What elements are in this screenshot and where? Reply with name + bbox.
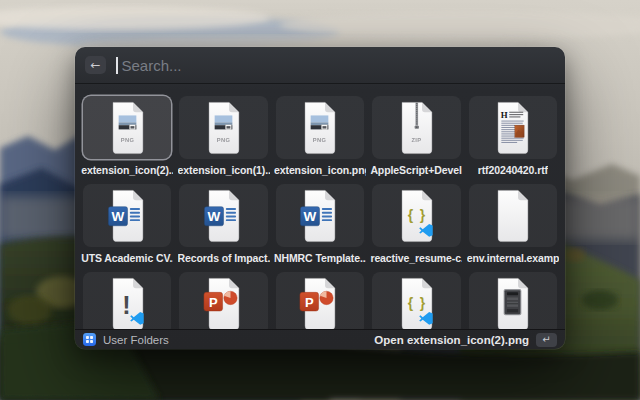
disk-image-file-icon xyxy=(490,277,535,330)
file-label: extension_icon(1).... xyxy=(178,163,270,178)
enter-key-icon: ↵ xyxy=(536,333,557,347)
action-label: Open extension_icon(2).png xyxy=(374,334,529,346)
file-cell-png-selected[interactable]: PNG extension_icon(2).... xyxy=(83,96,171,178)
file-label: Records of Impact... xyxy=(178,251,270,266)
search-bar: ← xyxy=(75,47,565,84)
source-label: User Folders xyxy=(103,334,169,346)
word-file-icon xyxy=(297,189,342,243)
file-tile: PNG xyxy=(276,96,364,159)
word-file-icon xyxy=(105,189,150,243)
file-label: UTS Academic CV... xyxy=(81,251,173,266)
file-cell-word[interactable]: Records of Impact... xyxy=(179,184,267,266)
powerpoint-file-icon xyxy=(297,277,342,330)
png-file-icon: PNG xyxy=(105,101,150,155)
return-glyph: ↵ xyxy=(542,335,550,345)
user-folders-icon xyxy=(83,333,96,346)
text-cursor xyxy=(116,57,118,74)
file-search-window: ← PNG extension_icon(2).... PNG extensio… xyxy=(75,47,565,349)
file-cell-code[interactable] xyxy=(372,272,460,329)
file-tile xyxy=(372,184,460,247)
code-file-vscode-icon xyxy=(394,277,439,330)
file-cell-code[interactable]: reactive_resume-c... xyxy=(372,184,460,266)
file-cell-png[interactable]: PNG extension_icon.png xyxy=(276,96,364,178)
code-file-vscode-icon xyxy=(394,189,439,243)
file-cell-png[interactable]: PNG extension_icon(1).... xyxy=(179,96,267,178)
file-cell-word[interactable]: UTS Academic CV... xyxy=(83,184,171,266)
file-tile xyxy=(276,272,364,329)
blank-file-icon xyxy=(490,189,535,243)
file-tile: ZIP xyxy=(372,96,460,159)
file-tile xyxy=(372,272,460,329)
file-tile xyxy=(179,272,267,329)
file-cell-powerpoint[interactable] xyxy=(179,272,267,329)
file-tile xyxy=(276,184,364,247)
file-label: extension_icon.png xyxy=(274,163,366,178)
file-label: reactive_resume-c... xyxy=(370,251,462,266)
file-tile xyxy=(469,96,557,159)
file-cell-disk-image[interactable] xyxy=(469,272,557,329)
word-file-icon xyxy=(201,189,246,243)
file-grid: PNG extension_icon(2).... PNG extension_… xyxy=(75,84,565,329)
file-cell-word[interactable]: NHMRC Template... xyxy=(276,184,364,266)
footer-bar: User Folders Open extension_icon(2).png … xyxy=(75,329,565,349)
file-tile xyxy=(179,184,267,247)
file-cell-zip[interactable]: ZIP AppleScript+Devel... xyxy=(372,96,460,178)
file-label: AppleScript+Devel... xyxy=(370,163,462,178)
file-label: NHMRC Template... xyxy=(274,251,366,266)
file-cell-alert[interactable] xyxy=(83,272,171,329)
primary-action[interactable]: Open extension_icon(2).png ↵ xyxy=(374,333,557,347)
file-label: env.internal.example xyxy=(467,251,559,266)
file-tile xyxy=(83,184,171,247)
file-label: extension_icon(2).... xyxy=(81,163,173,178)
file-label: rtf20240420.rtf xyxy=(478,163,548,178)
file-tile: PNG xyxy=(83,96,171,159)
png-file-icon: PNG xyxy=(201,101,246,155)
file-cell-blank[interactable]: env.internal.example xyxy=(469,184,557,266)
file-tile xyxy=(83,272,171,329)
back-button[interactable]: ← xyxy=(85,56,106,74)
powerpoint-file-icon xyxy=(201,277,246,330)
file-tile: PNG xyxy=(179,96,267,159)
rtf-file-icon xyxy=(490,101,535,155)
alert-file-vscode-icon xyxy=(105,277,150,330)
search-input[interactable] xyxy=(120,56,556,75)
zip-file-icon: ZIP xyxy=(394,101,439,155)
back-arrow-icon: ← xyxy=(90,59,100,71)
file-cell-powerpoint[interactable] xyxy=(276,272,364,329)
file-cell-rtf[interactable]: rtf20240420.rtf xyxy=(469,96,557,178)
file-tile xyxy=(469,272,557,329)
png-file-icon: PNG xyxy=(297,101,342,155)
file-tile xyxy=(469,184,557,247)
